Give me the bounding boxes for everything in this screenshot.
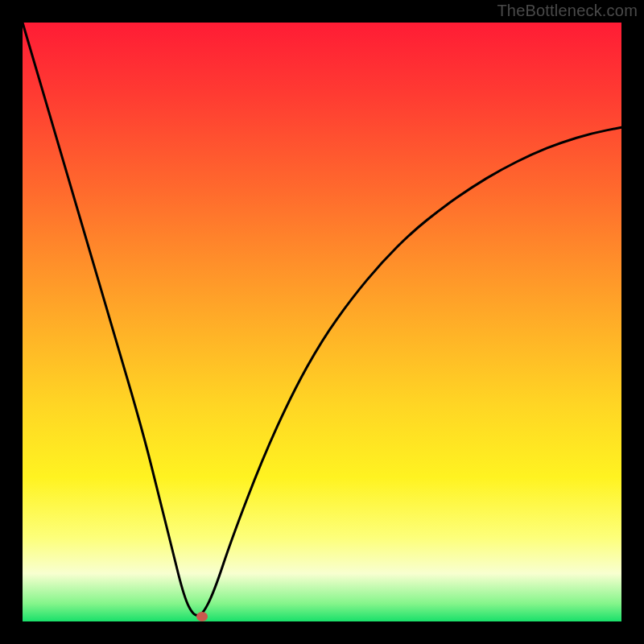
attribution-label: TheBottleneck.com: [497, 2, 638, 20]
plot-area: [23, 23, 621, 621]
optimal-point-marker: [196, 612, 208, 621]
chart-frame: TheBottleneck.com: [0, 0, 644, 644]
bottleneck-curve: [23, 23, 621, 621]
